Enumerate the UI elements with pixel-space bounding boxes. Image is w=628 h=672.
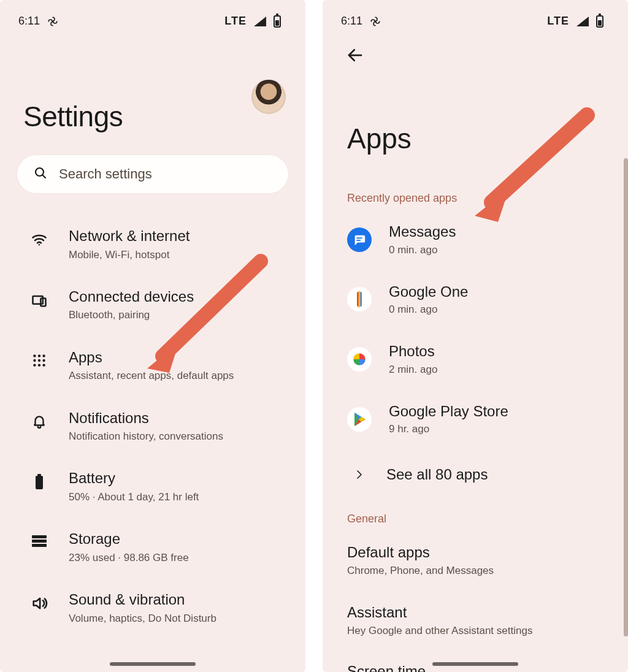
gesture-nav-bar[interactable] [110, 662, 196, 666]
svg-rect-14 [36, 476, 43, 489]
gesture-nav-bar[interactable] [432, 662, 518, 666]
svg-point-13 [42, 364, 45, 366]
app-photos[interactable]: Photos 2 min. ago [323, 329, 628, 389]
item-sub: 50% · About 1 day, 21 hr left [69, 491, 288, 503]
status-bar: 6:11 LTE [0, 0, 305, 32]
svg-rect-16 [32, 535, 47, 538]
app-messages[interactable]: Messages 0 min. ago [323, 210, 628, 270]
google-one-app-icon [347, 287, 372, 311]
item-label: Apps [69, 349, 288, 366]
see-all-apps[interactable]: See all 80 apps [323, 449, 628, 500]
svg-point-12 [38, 364, 40, 366]
svg-point-7 [42, 354, 45, 357]
photos-app-icon [347, 347, 372, 372]
item-notifications[interactable]: Notifications Notification history, conv… [0, 396, 305, 457]
svg-point-10 [42, 359, 45, 362]
scrollbar[interactable] [624, 158, 628, 636]
svg-rect-18 [32, 544, 47, 547]
apps-grid-icon [28, 349, 50, 368]
item-sub: Notification history, conversations [69, 430, 288, 443]
apps-screen: 6:11 LTE Apps Recently opened apps Messa… [323, 0, 628, 672]
item-battery[interactable]: Battery 50% · About 1 day, 21 hr left [0, 456, 305, 517]
speaker-icon [28, 591, 50, 612]
gen-label: Assistant [347, 604, 603, 621]
wifi-icon [28, 227, 50, 248]
search-settings[interactable] [17, 155, 288, 193]
item-sub: 23% used · 98.86 GB free [69, 551, 288, 564]
item-storage[interactable]: Storage 23% used · 98.86 GB free [0, 517, 305, 578]
storage-icon [28, 530, 50, 548]
svg-point-5 [33, 354, 36, 357]
battery-icon [274, 15, 281, 28]
devices-icon [28, 288, 50, 309]
network-label: LTE [224, 15, 247, 28]
search-icon [33, 166, 48, 183]
svg-point-11 [33, 364, 36, 366]
section-general-header: General [323, 500, 628, 530]
section-recent-header: Recently opened apps [323, 180, 628, 210]
item-sub: Volume, haptics, Do Not Disturb [69, 612, 288, 625]
item-sub: Assistant, recent apps, default apps [69, 369, 288, 382]
app-google-one[interactable]: Google One 0 min. ago [323, 270, 628, 330]
item-assistant[interactable]: Assistant Hey Google and other Assistant… [323, 590, 628, 651]
status-bar: 6:11 LTE [323, 0, 628, 32]
back-button[interactable] [343, 44, 367, 67]
messages-app-icon [347, 227, 372, 252]
item-label: Storage [69, 530, 288, 548]
gen-sub: Chrome, Phone, and Messages [347, 565, 603, 577]
item-sub: Bluetooth, pairing [69, 308, 288, 321]
network-label: LTE [547, 15, 569, 28]
item-sound-vibration[interactable]: Sound & vibration Volume, haptics, Do No… [0, 578, 305, 638]
item-label: Notifications [69, 410, 288, 427]
svg-rect-17 [32, 540, 47, 543]
svg-point-8 [33, 359, 36, 362]
app-sub: 0 min. ago [389, 304, 468, 316]
status-time: 6:11 [18, 15, 40, 28]
item-screen-time-cutoff[interactable]: Screen time [323, 651, 628, 672]
status-time: 6:11 [341, 15, 362, 28]
profile-avatar[interactable] [251, 80, 286, 114]
bell-icon [28, 410, 50, 429]
item-apps[interactable]: Apps Assistant, recent apps, default app… [0, 335, 305, 396]
chevron-right-icon [352, 469, 367, 480]
item-label: Battery [69, 470, 288, 487]
app-sub: 2 min. ago [389, 364, 437, 376]
item-default-apps[interactable]: Default apps Chrome, Phone, and Messages [323, 530, 628, 590]
pinwheel-icon [370, 16, 381, 27]
item-sub: Mobile, Wi-Fi, hotspot [69, 248, 288, 261]
battery-icon-full [28, 470, 50, 491]
svg-line-1 [43, 175, 46, 178]
signal-icon [576, 17, 589, 26]
item-network-internet[interactable]: Network & internet Mobile, Wi-Fi, hotspo… [0, 214, 305, 275]
search-input[interactable] [59, 166, 272, 182]
signal-icon [254, 17, 266, 26]
svg-point-6 [38, 354, 40, 357]
gen-sub: Hey Google and other Assistant settings [347, 625, 603, 637]
app-play-store[interactable]: Google Play Store 9 hr. ago [323, 389, 628, 449]
app-label: Google One [389, 283, 468, 300]
app-sub: 9 hr. ago [389, 423, 508, 435]
app-label: Messages [389, 223, 456, 240]
play-store-app-icon [347, 407, 372, 432]
see-all-label: See all 80 apps [386, 466, 488, 483]
settings-screen: 6:11 LTE Settings Network & internet Mob… [0, 0, 305, 672]
battery-icon [596, 15, 603, 28]
pinwheel-icon [47, 16, 58, 27]
svg-point-2 [39, 244, 40, 245]
item-connected-devices[interactable]: Connected devices Bluetooth, pairing [0, 275, 305, 335]
gen-label: Default apps [347, 544, 603, 561]
app-label: Google Play Store [389, 403, 508, 420]
svg-rect-15 [37, 474, 41, 476]
item-label: Connected devices [69, 288, 288, 305]
item-label: Sound & vibration [69, 591, 288, 608]
settings-list: Network & internet Mobile, Wi-Fi, hotspo… [0, 210, 305, 642]
page-title: Apps [323, 67, 628, 180]
svg-point-9 [38, 359, 40, 362]
app-label: Photos [389, 343, 437, 360]
item-label: Network & internet [69, 227, 288, 245]
app-sub: 0 min. ago [389, 244, 456, 256]
